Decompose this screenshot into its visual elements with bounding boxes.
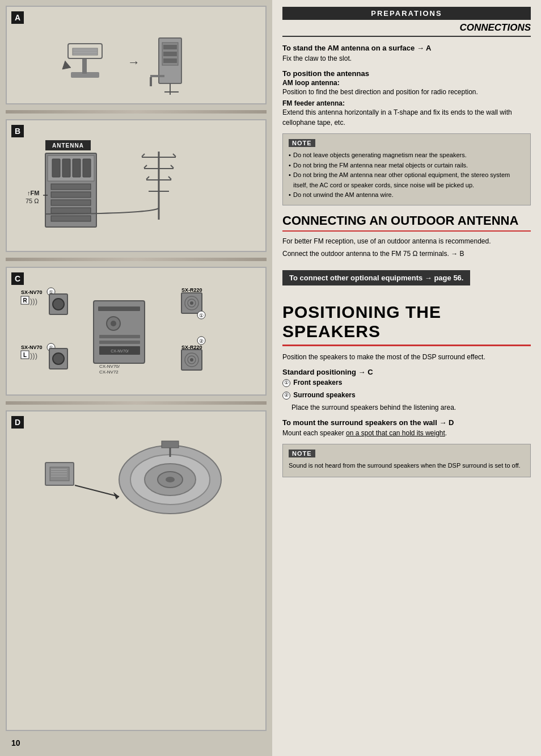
svg-rect-28 [51, 208, 91, 213]
svg-text:↑FM: ↑FM [27, 190, 39, 196]
svg-text:②: ② [199, 338, 204, 344]
svg-line-36 [173, 154, 176, 157]
section-a-diagram: → [28, 18, 244, 98]
note-item-1: Do not leave objects generating magnetis… [289, 150, 525, 161]
fm-feeder-label: FM feeder antenna: [282, 99, 531, 107]
note-item-3: Do not bring the AM antenna near other o… [289, 170, 525, 190]
front-speakers-line: ① Front speakers [282, 377, 531, 388]
stand-instruction-text: To stand the AM antenna on a surface → A [282, 44, 431, 52]
separator-cd [6, 401, 267, 405]
note-header-1: NOTE [289, 139, 315, 147]
svg-line-38 [144, 165, 147, 168]
right-panel: PREPARATIONS CONNECTIONS To stand the AM… [272, 0, 541, 756]
outdoor-antenna-title: CONNECTING AN OUTDOOR ANTENNA [282, 213, 531, 232]
am-loop-text: Position to find the best direction and … [282, 87, 531, 97]
wall-mount-title: To mount the surround speakers on the wa… [282, 418, 531, 427]
connect-box-container: To connect other optional equipments → p… [282, 264, 531, 291]
wall-mount-text: Mount each speaker on a spot that can ho… [282, 428, 531, 438]
svg-rect-26 [51, 192, 91, 198]
svg-rect-11 [163, 52, 177, 56]
section-a-label: A [11, 11, 24, 24]
section-b-diagram: ANTENNA ↑FM 75 Ω [23, 137, 250, 245]
speakers-section-title: POSITIONING THE SPEAKERS [282, 303, 531, 346]
standard-positioning-block: Standard positioning → C ① Front speaker… [282, 368, 531, 413]
svg-rect-64 [99, 335, 140, 338]
svg-line-42 [168, 177, 171, 179]
fm-feeder-text: Extend this antenna horizontally in a T-… [282, 107, 531, 128]
svg-text:CX-NV70/: CX-NV70/ [99, 364, 120, 369]
front-speakers-num: ① [282, 379, 290, 387]
section-d: D [6, 410, 267, 731]
svg-text:CX-NV70/: CX-NV70/ [111, 349, 129, 353]
section-b-label: B [11, 125, 24, 137]
svg-text:))): ))) [30, 297, 37, 305]
standard-positioning-text: Standard positioning → C [282, 368, 373, 376]
svg-line-90 [75, 485, 119, 497]
standard-positioning-title: Standard positioning → C [282, 368, 531, 376]
connect-box: To connect other optional equipments → p… [282, 270, 470, 285]
separator-bc [6, 258, 267, 261]
svg-rect-98 [162, 441, 179, 448]
stand-instruction-detail: Fix the claw to the slot. [282, 53, 531, 64]
position-antennas-block: To position the antennas AM loop antenna… [282, 69, 531, 128]
svg-rect-15 [150, 75, 164, 77]
section-c-label: C [11, 272, 24, 285]
surround-speakers-num: ② [282, 392, 290, 400]
connections-subheader: CONNECTIONS [282, 22, 531, 37]
svg-rect-27 [51, 200, 91, 205]
svg-point-74 [190, 301, 193, 305]
svg-text:SX-NV70: SX-NV70 [21, 289, 43, 295]
svg-line-35 [142, 154, 145, 157]
svg-rect-23 [73, 159, 81, 177]
svg-rect-12 [163, 58, 177, 63]
svg-rect-24 [83, 159, 91, 177]
stand-instruction-block: To stand the AM antenna on a surface → A… [282, 44, 531, 64]
section-c: C SX-NV70 ① R ))) SX-NV70 [6, 267, 267, 396]
svg-rect-22 [62, 159, 70, 177]
svg-rect-1 [82, 58, 87, 74]
svg-line-39 [171, 165, 174, 168]
wall-mount-block: To mount the surround speakers on the wa… [282, 418, 531, 438]
svg-rect-61 [98, 306, 140, 311]
am-loop-label: AM loop antenna: [282, 79, 531, 87]
svg-rect-65 [99, 341, 140, 344]
svg-point-51 [53, 299, 64, 310]
svg-text:SX-NV70: SX-NV70 [21, 345, 43, 350]
svg-line-41 [146, 177, 149, 179]
outdoor-antenna-connect: Connect the outdoor antenna to the FM 75… [282, 249, 531, 259]
note-box-2: NOTE Sound is not heard from the surroun… [282, 444, 531, 478]
section-a: A → [6, 6, 267, 104]
stand-instruction-title: To stand the AM antenna on a surface → A [282, 44, 531, 52]
page-number-container: 10 [6, 736, 267, 750]
speakers-intro: Position the speakers to make the most o… [282, 352, 531, 362]
note-box-1: NOTE Do not leave objects generating mag… [282, 133, 531, 205]
note2-text: Sound is not heard from the surround spe… [289, 461, 525, 471]
svg-rect-25 [51, 184, 91, 190]
svg-rect-16 [150, 77, 152, 86]
separator-ab [6, 110, 267, 114]
svg-rect-29 [51, 216, 91, 221]
section-c-diagram: SX-NV70 ① R ))) SX-NV70 ① L ))) [14, 284, 258, 389]
section-b: B ANTENNA [6, 119, 267, 252]
outdoor-antenna-text: For better FM reception, use of an outdo… [282, 236, 531, 246]
svg-text:SX-R220: SX-R220 [181, 287, 202, 293]
section-d-diagram [28, 429, 244, 519]
svg-point-63 [111, 321, 116, 326]
note-header-2: NOTE [289, 450, 315, 457]
position-title: To position the antennas [282, 69, 531, 78]
wall-mount-title-text: To mount the surround speakers on the wa… [282, 418, 454, 427]
svg-point-59 [53, 353, 64, 364]
section-d-label: D [11, 416, 24, 429]
svg-text:L: L [23, 352, 27, 358]
svg-text:75 Ω: 75 Ω [26, 198, 39, 204]
surround-speakers-line: ② Surround speakers [282, 390, 531, 400]
svg-point-96 [166, 477, 175, 482]
preparations-header: PREPARATIONS [282, 7, 531, 20]
svg-text:R: R [23, 297, 27, 304]
page-number: 10 [11, 738, 20, 747]
svg-rect-21 [52, 159, 60, 177]
left-panel: A → [0, 0, 272, 756]
svg-text:ANTENNA: ANTENNA [52, 142, 84, 149]
surround-speakers-label: Surround speakers [293, 391, 355, 399]
svg-rect-10 [163, 45, 177, 49]
